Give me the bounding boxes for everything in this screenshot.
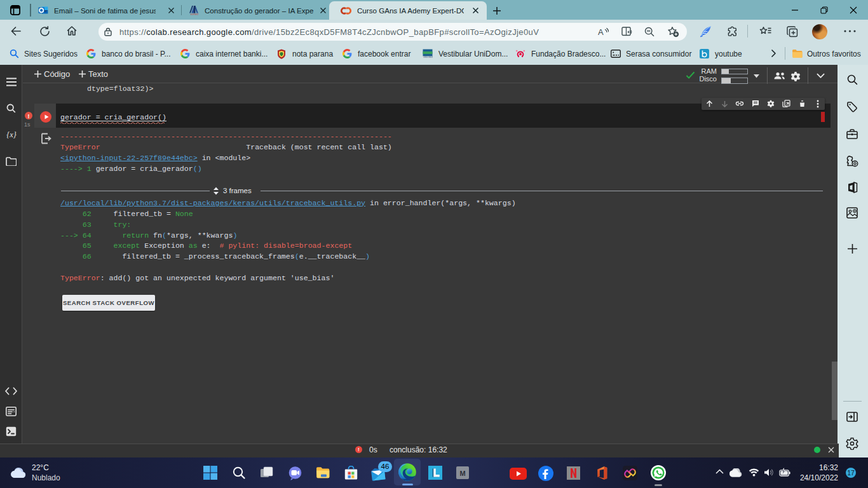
svg-text:EXPERT: EXPERT xyxy=(191,13,199,15)
svg-text:UNIDOMUS: UNIDOMUS xyxy=(423,56,433,58)
svg-text:A: A xyxy=(598,27,604,37)
svg-text:M: M xyxy=(459,470,465,477)
